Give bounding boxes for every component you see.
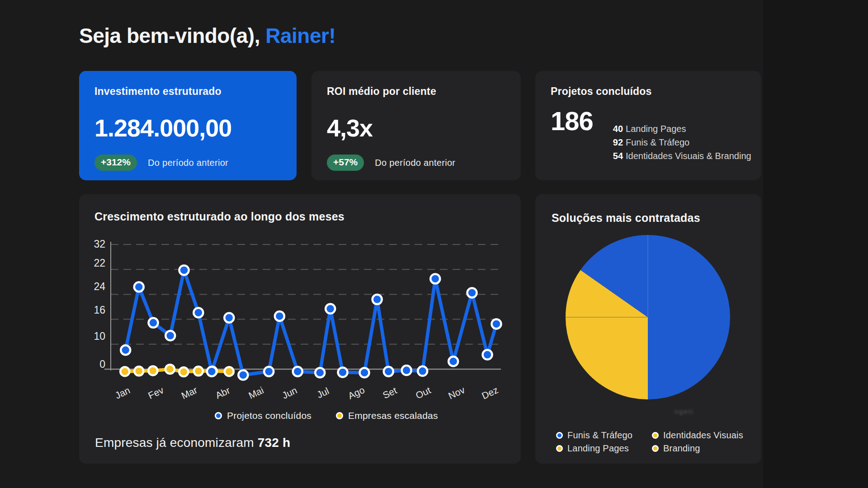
- legend-item-identidades: Identidades Visuais: [652, 429, 743, 442]
- investment-card: Investimento estruturado 1.284.000,00 +3…: [79, 71, 297, 180]
- legend-item-projetos: Projetos concluídos: [215, 410, 311, 421]
- svg-text:22: 22: [94, 257, 105, 269]
- svg-text:Mai: Mai: [247, 385, 265, 401]
- breakdown-label: Landing Pages: [626, 124, 686, 134]
- legend-item-funis: Funis & Tráfego: [556, 429, 652, 442]
- projects-card: Projetos concluídos 186 40Landing Pages …: [535, 71, 761, 180]
- svg-text:Jun: Jun: [280, 385, 298, 401]
- solutions-pie-chart: [535, 194, 761, 464]
- dashboard-page: Seja bem-vindo(a), Rainer! Investimento …: [0, 0, 868, 488]
- greeting-text: Seja bem-vindo(a),: [79, 24, 260, 47]
- legend-label: Identidades Visuais: [663, 430, 743, 441]
- savings-hours: 732 h: [258, 436, 291, 450]
- savings-note: Empresas já economizaram732 h: [95, 436, 290, 450]
- savings-text: Empresas já economizaram: [95, 436, 254, 450]
- badge-row: +57% Do período anterior: [327, 155, 505, 171]
- breakdown-label: Funis & Tráfego: [626, 137, 689, 147]
- breakdown-label: Identidades Visuais & Branding: [626, 151, 751, 161]
- breakdown-count: 92: [613, 137, 623, 147]
- yellow-dot-icon: [336, 412, 343, 419]
- yellow-dot-icon: [652, 445, 659, 452]
- svg-text:10: 10: [94, 330, 105, 342]
- svg-text:Fev: Fev: [146, 385, 165, 401]
- blue-dot-icon: [556, 432, 563, 439]
- blue-dot-icon: [215, 412, 222, 419]
- investment-value: 1.284.000,00: [94, 114, 281, 142]
- svg-text:Abr: Abr: [214, 385, 231, 401]
- breakdown-count: 40: [613, 124, 623, 134]
- card-title: Investimento estruturado: [94, 85, 281, 98]
- legend-item-branding: Branding: [652, 442, 743, 455]
- background-band: [763, 0, 868, 488]
- breakdown-count: 54: [613, 151, 623, 161]
- legend-label: Projetos concluídos: [227, 410, 311, 421]
- card-title: ROI médio por cliente: [327, 85, 505, 98]
- solutions-card: Soluções mais contratadas ngeti Funis & …: [535, 194, 761, 464]
- legend-item-empresas: Empresas escaladas: [336, 410, 438, 421]
- pie-legend: Funis & Tráfego Identidades Visuais Land…: [556, 429, 743, 455]
- user-name: Rainer!: [265, 24, 335, 47]
- svg-text:Mar: Mar: [179, 385, 199, 401]
- legend-item-landing: Landing Pages: [556, 442, 652, 455]
- growth-badge: +57%: [327, 155, 364, 171]
- legend-label: Landing Pages: [567, 443, 629, 454]
- watermark: ngeti: [675, 408, 694, 415]
- badge-row: +312% Do período anterior: [94, 155, 281, 171]
- svg-text:16: 16: [94, 304, 105, 316]
- page-title: Seja bem-vindo(a), Rainer!: [79, 23, 335, 48]
- svg-text:Out: Out: [414, 385, 433, 401]
- badge-caption: Do período anterior: [375, 158, 455, 168]
- svg-text:24: 24: [94, 281, 105, 292]
- chart-title: Crescimento estruturado ao longo dos mes…: [94, 210, 344, 223]
- roi-card: ROI médio por cliente 4,3x +57% Do perío…: [311, 71, 521, 180]
- growth-legend: Projetos concluídos Empresas escaladas: [215, 410, 438, 421]
- roi-value: 4,3x: [327, 114, 505, 142]
- breakdown-item: 40Landing Pages: [613, 122, 751, 136]
- svg-text:32: 32: [94, 238, 105, 250]
- svg-text:Jan: Jan: [113, 385, 132, 401]
- svg-text:Jul: Jul: [315, 385, 330, 400]
- card-title: Projetos concluídos: [551, 85, 746, 98]
- badge-caption: Do período anterior: [148, 158, 228, 168]
- yellow-dot-icon: [652, 432, 659, 439]
- chart-title: Soluções mais contratadas: [552, 211, 700, 225]
- legend-label: Funis & Tráfego: [567, 430, 632, 441]
- svg-text:Ago: Ago: [346, 385, 366, 401]
- projects-breakdown: 40Landing Pages 92Funis & Tráfego 54Iden…: [613, 122, 751, 163]
- projects-value: 186: [551, 108, 593, 135]
- svg-text:0: 0: [99, 358, 105, 370]
- growth-badge: +312%: [94, 155, 137, 171]
- yellow-dot-icon: [556, 445, 563, 452]
- legend-label: Branding: [663, 443, 700, 454]
- breakdown-item: 54Identidades Visuais & Branding: [613, 149, 751, 163]
- projects-row: 186 40Landing Pages 92Funis & Tráfego 54…: [551, 108, 746, 163]
- growth-line-chart: 32222416100JanFevMarAbrMaiJunJulAgoSetOu…: [79, 194, 521, 464]
- svg-text:Nov: Nov: [447, 385, 467, 401]
- growth-chart-card: 32222416100JanFevMarAbrMaiJunJulAgoSetOu…: [79, 194, 521, 464]
- svg-text:Dez: Dez: [480, 385, 500, 401]
- legend-label: Empresas escaladas: [348, 410, 438, 421]
- breakdown-item: 92Funis & Tráfego: [613, 136, 751, 149]
- svg-text:Set: Set: [381, 385, 398, 400]
